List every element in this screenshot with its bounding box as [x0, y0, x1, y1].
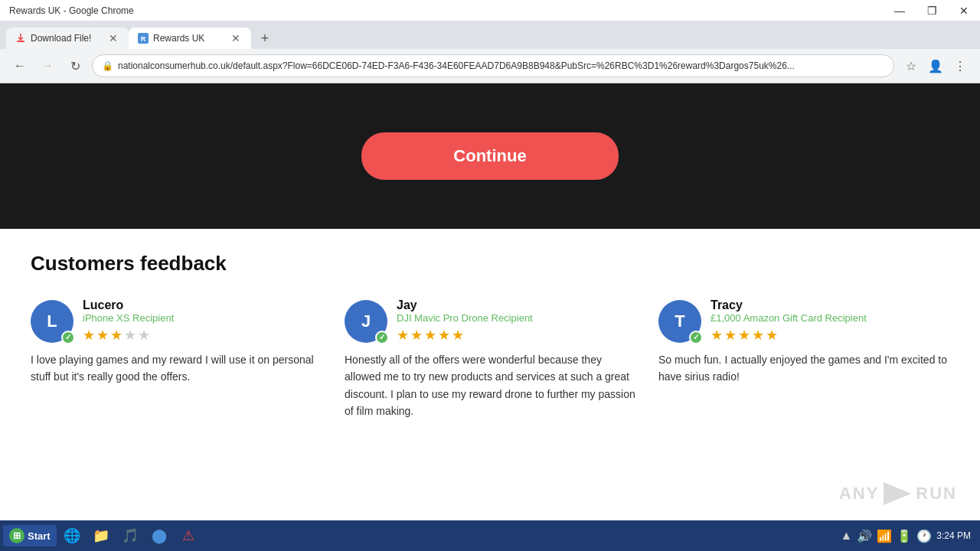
reviewer-prize-jay: DJI Mavic Pro Drone Recipient: [397, 312, 533, 324]
minimize-button[interactable]: —: [884, 0, 916, 21]
reviews-grid: L ✓ Lucero iPhone XS Recipient ★ ★ ★ ★ ★: [31, 298, 949, 420]
reviewer-header-jay: J ✓ Jay DJI Mavic Pro Drone Recipient ★ …: [345, 298, 635, 344]
review-card-jay: J ✓ Jay DJI Mavic Pro Drone Recipient ★ …: [345, 298, 635, 420]
review-text-tracy: So much fun. I actually enjoyed the game…: [658, 351, 949, 386]
svg-marker-3: [884, 482, 911, 505]
toolbar-actions: ☆ 👤 ⋮: [900, 55, 971, 77]
star-t-4: ★: [752, 327, 764, 344]
tray-network-icon[interactable]: 📶: [877, 529, 892, 543]
browser-chrome: Download File! ✕ R Rewards UK ✕ + ← → ↻ …: [0, 21, 980, 83]
address-text: nationalconsumerhub.co.uk/default.aspx?F…: [118, 60, 884, 71]
toolbar: ← → ↻ 🔒 nationalconsumerhub.co.uk/defaul…: [0, 49, 980, 83]
review-card-lucero: L ✓ Lucero iPhone XS Recipient ★ ★ ★ ★ ★: [31, 298, 322, 420]
stars-jay: ★ ★ ★ ★ ★: [397, 327, 533, 344]
taskbar-folder-icon[interactable]: 📁: [87, 523, 115, 548]
taskbar: ⊞ Start 🌐 📁 🎵 ⬤ ⚠ ▲ 🔊 📶 🔋 🕐 3:24 PM: [0, 520, 980, 551]
watermark: ANY RUN: [839, 482, 957, 505]
avatar-initial-tracy: T: [675, 311, 684, 331]
tray-volume-icon[interactable]: 🔊: [857, 529, 872, 543]
reviewer-header-lucero: L ✓ Lucero iPhone XS Recipient ★ ★ ★ ★ ★: [31, 298, 322, 344]
tray-battery-icon[interactable]: 🔋: [897, 529, 912, 543]
star-j-1: ★: [397, 327, 409, 344]
forward-button[interactable]: →: [37, 55, 58, 77]
start-button[interactable]: ⊞ Start: [3, 525, 57, 546]
feedback-section: Customers feedback L ✓ Lucero iPhone XS …: [0, 229, 980, 451]
star-t-5: ★: [766, 327, 778, 344]
star-5: ★: [138, 327, 150, 344]
reviewer-name-tracy: Tracy: [710, 298, 867, 312]
stars-tracy: ★ ★ ★ ★ ★: [710, 327, 867, 344]
reviewer-info-jay: Jay DJI Mavic Pro Drone Recipient ★ ★ ★ …: [397, 298, 533, 344]
tab-title-download: Download File!: [31, 33, 103, 44]
window-controls: — ❐ ✕: [884, 0, 980, 21]
maximize-button[interactable]: ❐: [916, 0, 948, 21]
stars-lucero: ★ ★ ★ ★ ★: [83, 327, 174, 344]
tray-chevron-icon[interactable]: ▲: [840, 529, 852, 543]
close-button[interactable]: ✕: [948, 0, 980, 21]
menu-button[interactable]: ⋮: [949, 55, 971, 77]
feedback-title: Customers feedback: [31, 252, 949, 276]
tab-close-download[interactable]: ✕: [107, 32, 119, 44]
star-j-5: ★: [452, 327, 464, 344]
reload-button[interactable]: ↻: [64, 55, 86, 77]
star-t-1: ★: [710, 327, 723, 344]
back-button[interactable]: ←: [9, 55, 31, 77]
reviewer-info-lucero: Lucero iPhone XS Recipient ★ ★ ★ ★ ★: [83, 298, 174, 344]
taskbar-alert-icon[interactable]: ⚠: [175, 523, 202, 548]
star-j-3: ★: [424, 327, 436, 344]
star-2: ★: [96, 327, 109, 344]
page-content: Continue Customers feedback L ✓ Lucero i…: [0, 83, 980, 451]
star-3: ★: [110, 327, 122, 344]
verified-badge-lucero: ✓: [61, 331, 75, 344]
window-title: Rewards UK - Google Chrome: [9, 5, 980, 16]
star-t-2: ★: [724, 327, 737, 344]
profile-button[interactable]: 👤: [925, 55, 946, 77]
reviewer-header-tracy: T ✓ Tracy £1,000 Amazon Gift Card Recipi…: [658, 298, 949, 344]
avatar-initial-jay: J: [361, 311, 371, 331]
watermark-play-icon: [884, 482, 911, 505]
taskbar-ie-icon[interactable]: 🌐: [58, 523, 86, 548]
avatar-initial-lucero: L: [47, 311, 57, 331]
new-tab-button[interactable]: +: [254, 28, 276, 49]
avatar-jay: J ✓: [345, 300, 387, 343]
reviewer-name-lucero: Lucero: [83, 298, 174, 312]
window-titlebar: Rewards UK - Google Chrome — ❐ ✕: [0, 0, 980, 21]
tab-download[interactable]: Download File! ✕: [6, 28, 129, 49]
star-t-3: ★: [738, 327, 750, 344]
watermark-run-text: RUN: [916, 484, 957, 504]
reviewer-info-tracy: Tracy £1,000 Amazon Gift Card Recipient …: [710, 298, 867, 344]
avatar-lucero: L ✓: [31, 300, 74, 343]
reviewer-prize-lucero: iPhone XS Recipient: [83, 312, 174, 324]
taskbar-chrome-icon[interactable]: ⬤: [145, 523, 173, 548]
start-icon: ⊞: [9, 528, 24, 543]
continue-button[interactable]: Continue: [361, 132, 618, 180]
lock-icon: 🔒: [102, 60, 113, 71]
reviewer-name-jay: Jay: [397, 298, 533, 312]
tab-close-rewards[interactable]: ✕: [230, 32, 242, 44]
watermark-text: ANY: [839, 484, 879, 504]
tray-clock-icon[interactable]: 🕐: [916, 529, 932, 543]
tab-rewards[interactable]: R Rewards UK ✕: [129, 28, 251, 49]
review-text-lucero: I love playing games and my reward I wil…: [31, 351, 322, 386]
verified-badge-jay: ✓: [375, 331, 389, 344]
svg-rect-0: [17, 41, 24, 42]
address-bar[interactable]: 🔒 nationalconsumerhub.co.uk/default.aspx…: [92, 54, 894, 77]
taskbar-tray: ▲ 🔊 📶 🔋 🕐 3:24 PM: [834, 529, 977, 543]
svg-text:R: R: [141, 35, 146, 43]
bookmark-button[interactable]: ☆: [900, 55, 922, 77]
reviewer-prize-tracy: £1,000 Amazon Gift Card Recipient: [710, 312, 867, 324]
tab-favicon-download: [15, 33, 26, 44]
review-text-jay: Honestly all of the offers were wonderfu…: [345, 351, 635, 420]
taskbar-clock: 3:24 PM: [936, 530, 971, 541]
taskbar-media-icon[interactable]: 🎵: [116, 523, 144, 548]
star-j-2: ★: [410, 327, 423, 344]
verified-badge-tracy: ✓: [689, 331, 703, 344]
tab-title-rewards: Rewards UK: [153, 33, 225, 44]
review-card-tracy: T ✓ Tracy £1,000 Amazon Gift Card Recipi…: [658, 298, 949, 420]
header-section: Continue: [0, 83, 980, 229]
start-label: Start: [28, 530, 51, 542]
star-4: ★: [124, 327, 136, 344]
avatar-tracy: T ✓: [658, 300, 701, 343]
tab-favicon-rewards: R: [138, 33, 149, 44]
star-1: ★: [83, 327, 95, 344]
